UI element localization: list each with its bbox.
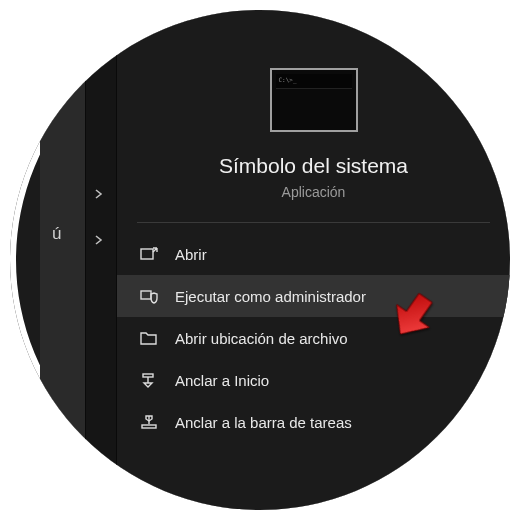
start-menu-detail: ú Símbolo del sistema Aplicación Abrir: [10, 10, 510, 510]
svg-rect-0: [141, 249, 153, 259]
app-subtitle: Aplicación: [117, 184, 510, 200]
left-rail: ú: [40, 10, 86, 510]
action-label: Anclar a Inicio: [175, 372, 269, 389]
action-list: Abrir Ejecutar como administrador Abrir …: [117, 233, 510, 443]
action-label: Ejecutar como administrador: [175, 288, 366, 305]
menu-fragment: ú: [52, 224, 61, 244]
action-label: Abrir: [175, 246, 207, 263]
action-label: Anclar a la barra de tareas: [175, 414, 352, 431]
action-run-as-admin[interactable]: Ejecutar como administrador: [117, 275, 510, 317]
svg-rect-2: [143, 374, 153, 377]
app-header: Símbolo del sistema Aplicación: [117, 10, 510, 200]
action-pin-taskbar[interactable]: Anclar a la barra de tareas: [117, 401, 510, 443]
chevron-right-icon[interactable]: [94, 186, 104, 202]
chevron-right-icon[interactable]: [94, 232, 104, 248]
action-label: Abrir ubicación de archivo: [175, 330, 348, 347]
action-pin-start[interactable]: Anclar a Inicio: [117, 359, 510, 401]
folder-icon: [137, 328, 161, 348]
open-icon: [137, 244, 161, 264]
result-detail-panel: Símbolo del sistema Aplicación Abrir Eje…: [116, 10, 510, 510]
divider: [137, 222, 490, 223]
expand-column: [86, 10, 116, 510]
action-open-location[interactable]: Abrir ubicación de archivo: [117, 317, 510, 359]
app-title: Símbolo del sistema: [117, 154, 510, 178]
admin-shield-icon: [137, 286, 161, 306]
pin-taskbar-icon: [137, 412, 161, 432]
pin-start-icon: [137, 370, 161, 390]
svg-rect-3: [142, 425, 156, 428]
cmd-icon: [270, 68, 358, 132]
svg-rect-1: [141, 291, 151, 299]
action-open[interactable]: Abrir: [117, 233, 510, 275]
